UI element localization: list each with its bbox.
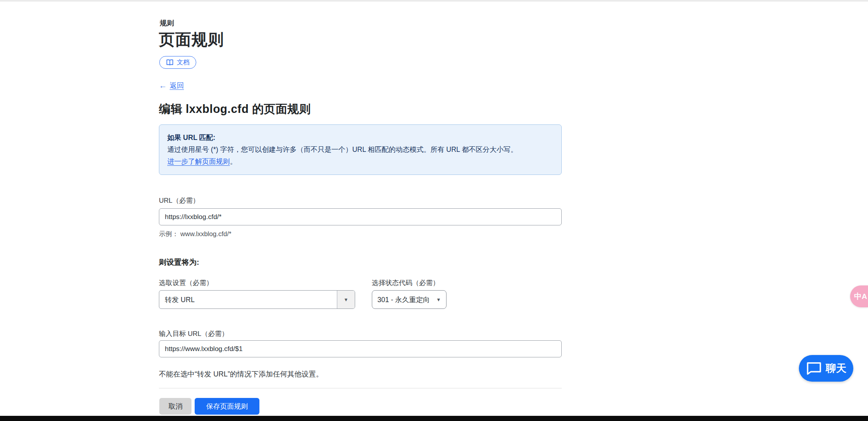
docs-badge-label: 文档: [177, 58, 189, 67]
info-box-link-row: 进一步了解页面规则。: [167, 155, 553, 167]
speech-bubble-icon: [806, 362, 822, 375]
page-title: 页面规则: [159, 29, 224, 50]
settings-heading: 则设置将为:: [159, 257, 199, 268]
target-url-input[interactable]: [159, 340, 562, 357]
chevron-down-icon: ▼: [436, 297, 441, 303]
translate-icon: 中A: [854, 291, 867, 302]
target-url-label: 输入目标 URL（必需）: [159, 329, 228, 338]
back-link[interactable]: ← 返回: [159, 81, 184, 90]
bottom-edge-bar: [0, 416, 868, 421]
translate-widget-button[interactable]: 中A: [850, 285, 868, 307]
url-input[interactable]: [159, 208, 562, 225]
status-select-value: 301 - 永久重定向: [377, 295, 430, 305]
chat-button-label: 聊天: [826, 361, 847, 375]
setting-select[interactable]: 转发 URL ▼: [159, 290, 355, 309]
docs-badge-button[interactable]: 文档: [159, 56, 196, 69]
back-link-label: 返回: [170, 81, 184, 90]
info-box-title: 如果 URL 匹配:: [167, 132, 553, 144]
status-code-select[interactable]: 301 - 永久重定向 ▼: [372, 290, 447, 309]
status-select-label: 选择状态代码（必需）: [372, 278, 439, 287]
section-divider: [159, 388, 562, 388]
url-example-text: 示例： www.lxxblog.cfd/*: [159, 230, 231, 239]
back-arrow-icon: ←: [159, 81, 167, 90]
link-suffix: 。: [230, 157, 237, 165]
save-page-rule-button[interactable]: 保存页面规则: [195, 398, 259, 415]
setting-select-value: 转发 URL: [159, 295, 337, 305]
setting-select-label: 选取设置（必需）: [159, 278, 213, 287]
chevron-down-icon: ▼: [344, 297, 348, 303]
setting-select-caret-cell[interactable]: ▼: [337, 291, 355, 308]
top-edge-strip: [0, 0, 868, 2]
forward-url-note: 不能在选中“转发 URL”的情况下添加任何其他设置。: [159, 369, 323, 379]
open-book-icon: [166, 59, 174, 66]
info-box-body: 通过使用星号 (*) 字符，您可以创建与许多（而不只是一个）URL 相匹配的动态…: [167, 144, 553, 155]
cancel-button[interactable]: 取消: [159, 398, 191, 415]
learn-more-link[interactable]: 进一步了解页面规则: [167, 157, 230, 165]
chat-button[interactable]: 聊天: [799, 355, 853, 382]
url-match-info-box: 如果 URL 匹配: 通过使用星号 (*) 字符，您可以创建与许多（而不只是一个…: [159, 124, 562, 175]
breadcrumb-section-label: 规则: [160, 18, 174, 28]
edit-rule-heading: 编辑 lxxblog.cfd 的页面规则: [159, 101, 311, 117]
url-field-label: URL（必需）: [159, 196, 199, 205]
